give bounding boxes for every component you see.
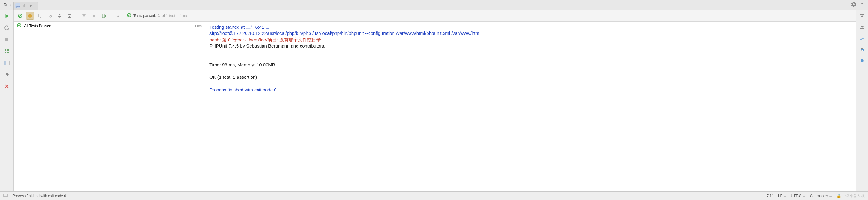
rerun-button[interactable] — [3, 12, 10, 20]
console-line: sftp://root@172.20.10.12:22/usr/local/ph… — [210, 31, 480, 36]
show-passed-toggle[interactable] — [16, 12, 24, 20]
export-results-icon[interactable] — [100, 12, 108, 20]
lock-icon[interactable]: 🔒 — [836, 194, 841, 198]
test-tree[interactable]: All Tests Passed 1 ms — [13, 22, 205, 191]
line-separator[interactable]: LF ≑ — [778, 194, 786, 198]
test-toolbar: az » Tests passed: 1 of 1 test – 1 ms — [13, 10, 856, 22]
run-tab-phpunit[interactable]: php phpunit — [13, 2, 38, 10]
sort-alphabetically-icon[interactable]: az — [36, 12, 44, 20]
show-ignored-toggle[interactable] — [26, 12, 34, 20]
svg-rect-4 — [7, 49, 9, 51]
php-file-icon: php — [16, 3, 21, 8]
svg-rect-5 — [5, 52, 6, 54]
status-toolwindow-icon[interactable] — [3, 193, 8, 199]
sort-by-duration-icon[interactable] — [46, 12, 54, 20]
summary-time: – 1 ms — [177, 13, 188, 18]
soft-wrap-icon[interactable] — [859, 35, 866, 42]
console-line: Time: 98 ms, Memory: 10.00MB — [210, 62, 275, 67]
svg-text:php: php — [17, 5, 20, 8]
summary-prefix: Tests passed: — [133, 13, 156, 18]
tree-root-row[interactable]: All Tests Passed 1 ms — [13, 22, 205, 30]
layout-icon[interactable] — [3, 59, 10, 67]
summary-passed-count: 1 — [158, 13, 160, 18]
svg-rect-14 — [102, 14, 105, 18]
file-encoding[interactable]: UTF-8 ≑ — [791, 194, 805, 198]
console-line: Process finished with exit code 0 — [210, 87, 277, 92]
console-right-gutter — [856, 10, 868, 191]
previous-failed-icon[interactable] — [80, 12, 88, 20]
run-tab-label: phpunit — [22, 4, 34, 8]
trash-icon[interactable] — [859, 57, 866, 64]
hide-toolwindow-icon[interactable] — [858, 2, 866, 7]
run-left-gutter: ✕ — [0, 10, 13, 191]
svg-text:a: a — [40, 14, 42, 16]
scroll-to-end-icon[interactable] — [859, 24, 866, 31]
run-toolwindow-header: Run: php phpunit — [0, 0, 868, 10]
check-icon — [127, 13, 132, 19]
check-icon — [17, 23, 22, 29]
tree-root-time: 1 ms — [194, 24, 202, 28]
status-message: Process finished with exit code 0 — [12, 194, 66, 198]
pin-icon[interactable] — [3, 71, 10, 78]
svg-rect-8 — [4, 61, 6, 65]
svg-rect-19 — [861, 50, 863, 51]
svg-text:z: z — [40, 16, 41, 18]
toggle-auto-test-icon[interactable] — [3, 24, 10, 32]
svg-point-13 — [50, 15, 52, 17]
gear-icon[interactable] — [849, 2, 858, 8]
scroll-to-top-icon[interactable] — [859, 12, 866, 20]
brand-badge: ◎ 创新互联 — [845, 193, 865, 198]
console-output[interactable]: Testing started at 上午6:41 ... sftp://roo… — [205, 22, 856, 191]
summary-total: of 1 test — [162, 13, 175, 18]
print-icon[interactable] — [859, 46, 866, 53]
console-line: PHPUnit 7.4.5 by Sebastian Bergmann and … — [210, 43, 325, 48]
next-failed-icon[interactable] — [90, 12, 98, 20]
expand-all-icon[interactable] — [56, 12, 64, 20]
svg-rect-3 — [5, 49, 6, 51]
svg-rect-21 — [3, 196, 8, 197]
stop-button[interactable] — [3, 36, 10, 43]
git-branch[interactable]: Git: master ≑ — [810, 194, 832, 198]
more-icon[interactable]: » — [114, 12, 122, 20]
collapse-all-icon[interactable] — [65, 12, 73, 20]
run-label: Run: — [2, 3, 13, 7]
console-line: Testing started at 上午6:41 ... — [210, 24, 269, 30]
console-line: OK (1 test, 1 assertion) — [210, 74, 257, 79]
caret-position[interactable]: 7:11 — [767, 194, 774, 198]
status-bar: Process finished with exit code 0 7:11 L… — [0, 191, 868, 200]
svg-rect-6 — [7, 52, 9, 54]
test-summary: Tests passed: 1 of 1 test – 1 ms — [127, 13, 188, 19]
close-button[interactable]: ✕ — [3, 83, 10, 90]
dump-threads-icon[interactable] — [3, 47, 10, 55]
console-line: bash: 第 0 行:cd: /Users/lee/项目: 没有那个文件或目录 — [210, 37, 321, 42]
svg-rect-2 — [5, 38, 8, 41]
svg-point-10 — [28, 14, 32, 18]
tree-root-label: All Tests Passed — [24, 24, 51, 28]
svg-rect-18 — [861, 48, 863, 49]
